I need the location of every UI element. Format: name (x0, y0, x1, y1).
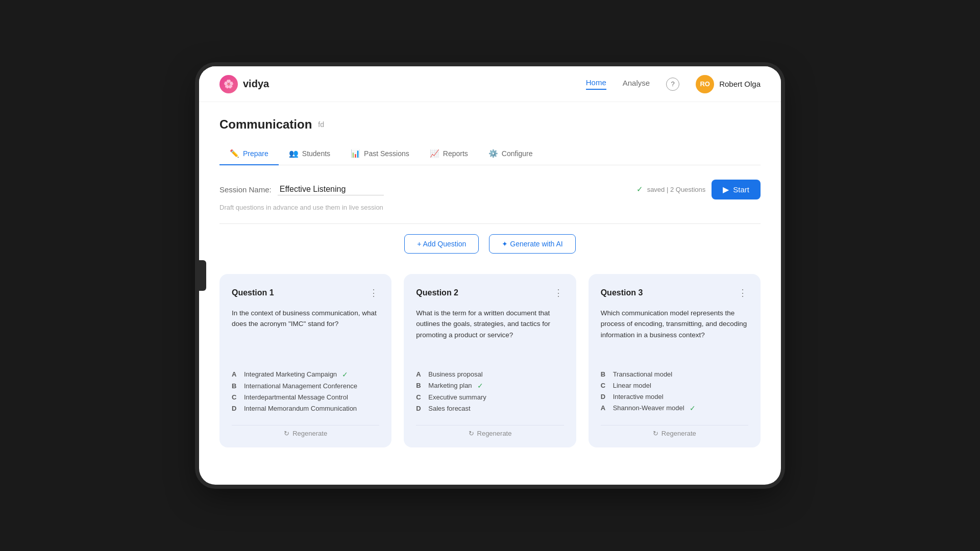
configure-icon: ⚙️ (488, 149, 498, 158)
device-notch (199, 260, 206, 291)
card-2-option-c: C Executive summary (416, 393, 564, 401)
card-3-question: Which communication model represents the… (601, 308, 748, 360)
card-3-option-d-text: Interactive model (613, 393, 664, 400)
card-1-option-a: A Integrated Marketing Campaign ✓ (232, 370, 379, 379)
card-2-regenerate[interactable]: ↻ Regenerate (416, 425, 564, 437)
card-2-question: What is the term for a written document … (416, 308, 564, 360)
correct-icon: ✓ (342, 370, 348, 379)
add-question-label: + Add Question (417, 240, 466, 248)
regenerate-icon-1: ↻ (284, 430, 289, 437)
card-1-menu[interactable]: ⋮ (369, 288, 379, 297)
session-name-input[interactable] (278, 184, 384, 195)
card-2-options: A Business proposal B Marketing plan ✓ C… (416, 370, 564, 416)
tab-prepare[interactable]: ✏️ Prepare (219, 144, 279, 165)
card-1-option-d: D Internal Memorandum Communication (232, 405, 379, 412)
divider (219, 223, 761, 224)
question-card-2: Question 2 ⋮ What is the term for a writ… (404, 274, 576, 447)
card-3-regenerate[interactable]: ↻ Regenerate (601, 425, 748, 437)
avatar: RO (696, 75, 714, 93)
card-1-options: A Integrated Marketing Campaign ✓ B Inte… (232, 370, 379, 416)
card-2-title: Question 2 (416, 288, 458, 297)
card-3-regenerate-label: Regenerate (662, 430, 696, 437)
page-title-row: Communication fd (219, 117, 761, 132)
card-1-title: Question 1 (232, 288, 274, 297)
past-sessions-icon: 📊 (351, 149, 360, 158)
card-3-option-c-text: Linear model (613, 382, 651, 389)
add-question-button[interactable]: + Add Question (404, 234, 479, 254)
card-1-option-c-text: Interdepartmental Message Control (244, 393, 348, 401)
card-1-option-b-text: International Management Conference (244, 382, 357, 390)
card-2-option-b: B Marketing plan ✓ (416, 382, 564, 390)
card-2-option-b-text: Marketing plan (428, 382, 472, 389)
card-3-option-a: A Shannon-Weaver model ✓ (601, 404, 748, 412)
action-row: + Add Question ✦ Generate with AI (219, 234, 761, 254)
card-3-option-c: C Linear model (601, 382, 748, 389)
logo-text: vidya (243, 78, 269, 90)
prepare-icon: ✏️ (230, 149, 239, 158)
session-label: Session Name: (219, 185, 272, 194)
card-1-regenerate[interactable]: ↻ Regenerate (232, 425, 379, 437)
generate-ai-label: ✦ Generate with AI (502, 240, 562, 248)
saved-icon: ✓ (636, 185, 643, 194)
help-icon[interactable]: ? (666, 78, 679, 91)
main-content: Communication fd ✏️ Prepare 👥 Students 📊… (199, 102, 781, 463)
card-2-menu[interactable]: ⋮ (554, 288, 564, 297)
correct-icon-3: ✓ (690, 404, 696, 412)
user-name: Robert Olga (719, 80, 761, 88)
tabs: ✏️ Prepare 👥 Students 📊 Past Sessions 📈 … (219, 144, 761, 165)
session-status-text: saved | 2 Questions (647, 186, 706, 193)
card-2-option-a-text: Business proposal (428, 370, 482, 378)
card-1-option-a-text: Integrated Marketing Campaign (244, 370, 337, 378)
session-controls: ✓ saved | 2 Questions ▶ Start (636, 180, 761, 199)
card-1-question: In the context of business communication… (232, 308, 379, 360)
questions-grid: Question 1 ⋮ In the context of business … (219, 274, 761, 447)
regenerate-icon-3: ↻ (653, 430, 658, 437)
user-profile[interactable]: RO Robert Olga (696, 75, 761, 93)
header: 🌸 vidya Home Analyse ? RO Robert Olga (199, 66, 781, 102)
card-3-option-d: D Interactive model (601, 393, 748, 400)
card-1-regenerate-label: Regenerate (292, 430, 327, 437)
session-name-row: Session Name: (219, 184, 384, 195)
generate-ai-button[interactable]: ✦ Generate with AI (489, 234, 575, 254)
tab-past-sessions[interactable]: 📊 Past Sessions (340, 144, 420, 165)
nav-home[interactable]: Home (586, 78, 606, 90)
draft-hint: Draft questions in advance and use them … (219, 204, 761, 211)
session-status: ✓ saved | 2 Questions (636, 185, 706, 194)
card-1-option-d-text: Internal Memorandum Communication (244, 405, 357, 412)
correct-icon-2: ✓ (477, 382, 483, 390)
card-3-menu[interactable]: ⋮ (738, 288, 748, 297)
card-2-option-c-text: Executive summary (428, 393, 486, 401)
session-bar: Session Name: ✓ saved | 2 Questions ▶ St… (219, 180, 761, 199)
card-2-option-d-text: Sales forecast (428, 405, 470, 412)
reports-icon: 📈 (430, 149, 439, 158)
card-2-option-d: D Sales forecast (416, 405, 564, 412)
tab-reports-label: Reports (443, 149, 468, 158)
nav-area: Home Analyse ? RO Robert Olga (586, 75, 761, 93)
question-card-1: Question 1 ⋮ In the context of business … (219, 274, 391, 447)
tab-past-sessions-label: Past Sessions (364, 149, 409, 158)
start-icon: ▶ (723, 185, 729, 194)
card-1-option-c: C Interdepartmental Message Control (232, 393, 379, 401)
tab-students-label: Students (302, 149, 330, 158)
tab-students[interactable]: 👥 Students (279, 144, 340, 165)
card-3-options: B Transactional model C Linear model D I… (601, 370, 748, 416)
regenerate-icon-2: ↻ (469, 430, 474, 437)
logo-icon: 🌸 (219, 75, 238, 93)
card-3-option-b: B Transactional model (601, 370, 748, 378)
tab-configure[interactable]: ⚙️ Configure (478, 144, 543, 165)
card-1-header: Question 1 ⋮ (232, 288, 379, 297)
start-button[interactable]: ▶ Start (712, 180, 761, 199)
card-3-option-a-text: Shannon-Weaver model (613, 404, 684, 412)
card-3-option-b-text: Transactional model (613, 370, 673, 378)
page-tag: fd (318, 120, 324, 129)
nav-analyse[interactable]: Analyse (623, 79, 650, 89)
card-2-regenerate-label: Regenerate (477, 430, 512, 437)
card-2-header: Question 2 ⋮ (416, 288, 564, 297)
card-3-header: Question 3 ⋮ (601, 288, 748, 297)
card-1-option-b: B International Management Conference (232, 382, 379, 390)
card-2-option-a: A Business proposal (416, 370, 564, 378)
logo: 🌸 vidya (219, 75, 269, 93)
tab-reports[interactable]: 📈 Reports (420, 144, 478, 165)
tab-configure-label: Configure (502, 149, 533, 158)
card-3-title: Question 3 (601, 288, 643, 297)
